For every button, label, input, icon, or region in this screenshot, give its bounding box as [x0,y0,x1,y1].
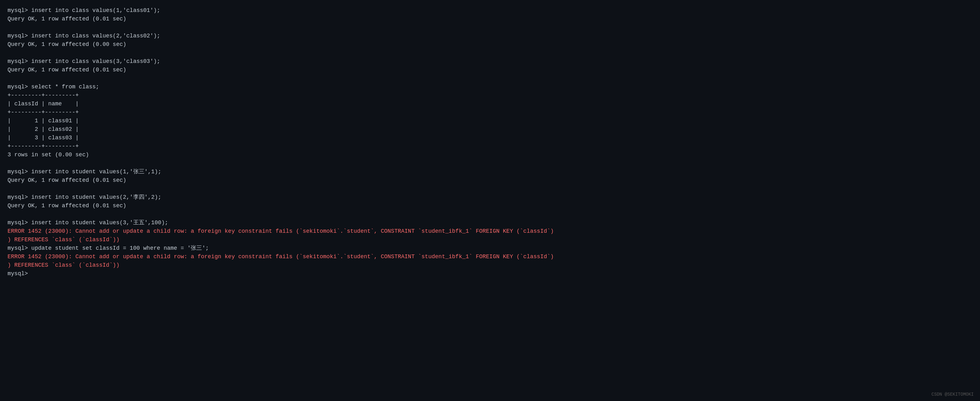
terminal-line: ERROR 1452 (23000): Cannot add or update… [8,227,972,236]
terminal-line: mysql> update student set classId = 100 … [8,244,972,252]
terminal-line: ERROR 1452 (23000): Cannot add or update… [8,252,972,261]
terminal-line: mysql> insert into class values(1,'class… [8,6,972,15]
terminal-line: | 3 | class03 | [8,134,972,142]
terminal: mysql> insert into class values(1,'class… [8,6,972,278]
terminal-line: mysql> [8,270,972,278]
terminal-line: +---------+---------+ [8,91,972,100]
terminal-line: mysql> insert into class values(3,'class… [8,57,972,66]
terminal-line: Query OK, 1 row affected (0.01 sec) [8,66,972,74]
terminal-line: | 2 | class02 | [8,125,972,134]
terminal-line: Query OK, 1 row affected (0.01 sec) [8,176,972,185]
watermark: CSDN @SEKITOMOKI [932,391,974,398]
terminal-line: mysql> insert into student values(3,'王五'… [8,219,972,227]
terminal-line: +---------+---------+ [8,108,972,117]
terminal-line: Query OK, 1 row affected (0.00 sec) [8,40,972,49]
terminal-line: Query OK, 1 row affected (0.01 sec) [8,15,972,23]
terminal-line: mysql> insert into student values(2,'李四'… [8,193,972,201]
terminal-line: 3 rows in set (0.00 sec) [8,151,972,159]
terminal-line: Query OK, 1 row affected (0.01 sec) [8,201,972,210]
terminal-line: mysql> insert into student values(1,'张三'… [8,168,972,176]
terminal-line: | classId | name | [8,100,972,108]
terminal-line: mysql> insert into class values(2,'class… [8,32,972,40]
terminal-line: +---------+---------+ [8,142,972,151]
terminal-line: ) REFERENCES `class` (`classId`)) [8,236,972,244]
terminal-line: mysql> select * from class; [8,83,972,91]
terminal-line: | 1 | class01 | [8,117,972,125]
terminal-line: ) REFERENCES `class` (`classId`)) [8,261,972,270]
